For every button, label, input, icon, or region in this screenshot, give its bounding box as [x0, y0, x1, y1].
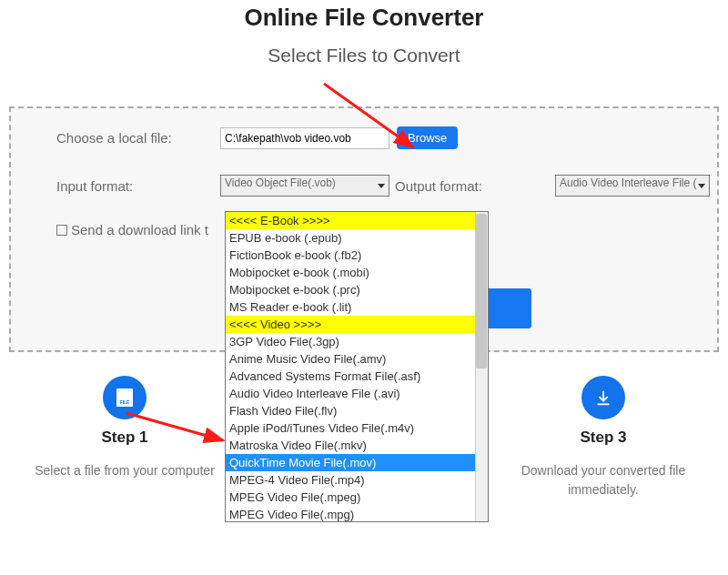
browse-button[interactable]: Browse [397, 126, 458, 149]
dropdown-option[interactable]: Audio Video Interleave File (.avi) [226, 385, 488, 402]
dropdown-option[interactable]: MPEG Video File(.mpg) [226, 506, 488, 521]
dropdown-option: <<<< E-Book >>>> [226, 212, 488, 229]
input-format-select[interactable]: Video Object File(.vob) [220, 175, 389, 197]
dropdown-option[interactable]: Flash Video File(.flv) [226, 402, 488, 419]
dropdown-option[interactable]: FictionBook e-book (.fb2) [226, 247, 488, 264]
output-format-label: Output format: [395, 178, 482, 194]
dropdown-option[interactable]: 3GP Video File(.3gp) [226, 333, 488, 350]
step-1-desc: Select a file from your computer [13, 461, 237, 480]
input-format-dropdown[interactable]: <<<< E-Book >>>>EPUB e-book (.epub)Ficti… [225, 211, 489, 522]
file-path-input[interactable] [220, 127, 389, 149]
output-format-select[interactable]: Audio Video Interleave File ( [555, 175, 710, 197]
download-icon [581, 376, 625, 419]
email-label: Send a download link t [71, 222, 208, 237]
dropdown-option[interactable]: Advanced Systems Format File(.asf) [226, 368, 488, 385]
dropdown-scrollbar[interactable] [475, 212, 488, 521]
dropdown-scroll-thumb[interactable] [476, 214, 487, 368]
dropdown-option[interactable]: MS Reader e-book (.lit) [226, 298, 488, 316]
dropdown-option[interactable]: QuickTime Movie File(.mov) [226, 454, 488, 471]
step-1: Step 1 Select a file from your computer [5, 376, 244, 509]
dropdown-option[interactable]: Apple iPod/iTunes Video File(.m4v) [226, 419, 488, 437]
step-3: Step 3 Download your converted file imme… [484, 376, 723, 509]
dropdown-option[interactable]: MPEG Video File(.mpeg) [226, 489, 488, 506]
dropdown-option[interactable]: Mobipocket e-book (.prc) [226, 281, 488, 298]
file-icon [103, 376, 147, 419]
step-3-desc: Download your converted file immediately… [491, 461, 715, 499]
dropdown-option[interactable]: MPEG-4 Video File(.mp4) [226, 471, 488, 489]
input-format-label: Input format: [56, 178, 220, 194]
dropdown-option[interactable]: Matroska Video File(.mkv) [226, 437, 488, 454]
page-subtitle: Select Files to Convert [0, 45, 728, 66]
dropdown-option[interactable]: Anime Music Video File(.amv) [226, 350, 488, 368]
step-3-title: Step 3 [491, 429, 715, 447]
email-checkbox[interactable] [56, 225, 67, 236]
dropdown-option[interactable]: Mobipocket e-book (.mobi) [226, 264, 488, 281]
dropdown-option[interactable]: EPUB e-book (.epub) [226, 229, 488, 247]
page-title: Online File Converter [0, 4, 728, 32]
file-label: Choose a local file: [56, 130, 220, 146]
dropdown-option: <<<< Video >>>> [226, 316, 488, 333]
step-1-title: Step 1 [13, 429, 237, 447]
